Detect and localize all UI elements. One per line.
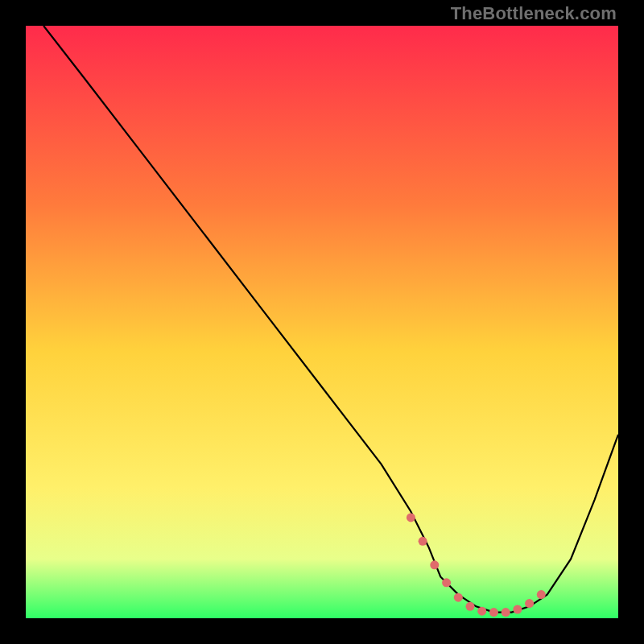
chart-frame: TheBottleneck.com <box>0 0 644 644</box>
marker-dot <box>430 560 439 569</box>
marker-dot <box>454 593 463 602</box>
marker-dot <box>419 537 427 546</box>
marker-dot <box>537 590 546 599</box>
gradient-background <box>26 26 618 618</box>
marker-dot <box>502 608 510 617</box>
plot-area <box>26 26 618 618</box>
marker-dot <box>442 578 451 587</box>
watermark-text: TheBottleneck.com <box>451 3 617 24</box>
marker-dot <box>513 605 522 614</box>
marker-dot <box>466 602 475 611</box>
marker-dot <box>407 513 415 522</box>
marker-dot <box>525 599 534 608</box>
marker-dot <box>489 608 498 617</box>
marker-dot <box>477 607 486 616</box>
chart-svg <box>26 26 618 618</box>
